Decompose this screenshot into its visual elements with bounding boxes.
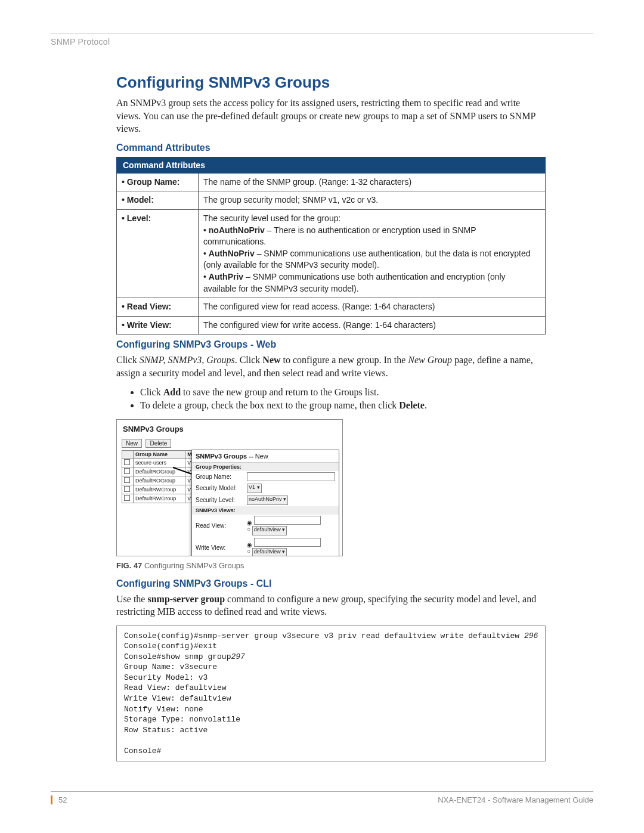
attr-desc: The configured view for read access. (Ra… xyxy=(199,298,546,317)
intro-paragraph: An SNMPv3 group sets the access policy f… xyxy=(116,97,546,135)
checkbox[interactable] xyxy=(124,477,130,483)
checkbox[interactable] xyxy=(124,468,130,474)
table-header: Command Attributes xyxy=(117,157,546,173)
label-read-view: Read View: xyxy=(196,522,243,529)
cli-heading: Configuring SNMPv3 Groups - CLI xyxy=(116,578,546,589)
label-security-model: Security Model: xyxy=(196,485,243,491)
new-group-overlay: SNMPv3 Groups -- New Group Properties: G… xyxy=(191,450,339,556)
web-paragraph: Click SNMP, SNMPv3, Groups. Click New to… xyxy=(116,354,546,379)
new-button[interactable]: New xyxy=(122,439,142,448)
cli-paragraph: Use the snmp-server group command to con… xyxy=(116,593,546,618)
command-attributes-heading: Command Attributes xyxy=(116,143,546,153)
label-security-level: Security Level: xyxy=(196,497,243,503)
security-model-select[interactable]: V1 ▾ xyxy=(247,484,262,493)
figure-caption: FIG. 47 Configuring SNMPv3 Groups xyxy=(116,561,546,570)
figure-snmpv3-groups: SNMPv3 Groups New Delete Group Name Mode… xyxy=(116,419,343,556)
cli-output: Console(config)#snmp-server group v3secu… xyxy=(116,625,546,762)
list-item: Click Add to save the new group and retu… xyxy=(140,387,546,398)
read-view-select[interactable]: defaultview ▾ xyxy=(252,526,287,535)
web-heading: Configuring SNMPv3 Groups - Web xyxy=(116,339,546,350)
page-title: Configuring SNMPv3 Groups xyxy=(116,73,546,92)
checkbox[interactable] xyxy=(124,486,130,492)
col-group-name: Group Name xyxy=(134,450,185,458)
attr-name: • Group Name: xyxy=(117,173,199,191)
command-attributes-table: Command Attributes • Group Name:The name… xyxy=(116,157,546,335)
write-view-input[interactable] xyxy=(254,538,321,547)
attr-desc: The security level used for the group:• … xyxy=(199,209,546,298)
doc-title: NXA-ENET24 - Software Management Guide xyxy=(438,795,593,804)
attr-desc: The group security model; SNMP v1, v2c o… xyxy=(199,191,546,210)
attr-name: • Write View: xyxy=(117,316,199,335)
list-item: To delete a group, check the box next to… xyxy=(140,400,546,411)
attr-name: • Level: xyxy=(117,209,199,298)
security-level-select[interactable]: noAuthNoPriv ▾ xyxy=(247,496,288,505)
label-group-name: Group Name: xyxy=(196,473,243,480)
attr-desc: The name of the SNMP group. (Range: 1-32… xyxy=(199,173,546,191)
attr-name: • Model: xyxy=(117,191,199,210)
label-write-view: Write View: xyxy=(196,544,243,551)
checkbox[interactable] xyxy=(124,495,130,501)
write-view-select[interactable]: defaultview ▾ xyxy=(252,548,287,556)
page-number: 52 xyxy=(58,795,67,804)
attr-name: • Read View: xyxy=(117,298,199,317)
read-view-input[interactable] xyxy=(254,516,321,525)
web-bullet-list: Click Add to save the new group and retu… xyxy=(140,387,546,411)
attr-desc: The configured view for write access. (R… xyxy=(199,316,546,335)
header-section: SNMP Protocol xyxy=(51,37,593,47)
delete-button[interactable]: Delete xyxy=(145,439,171,448)
group-name-input[interactable] xyxy=(247,472,335,481)
figure-panel-title: SNMPv3 Groups xyxy=(117,420,342,436)
page-footer: 52 NXA-ENET24 - Software Management Guid… xyxy=(51,791,593,804)
checkbox[interactable] xyxy=(124,459,130,465)
